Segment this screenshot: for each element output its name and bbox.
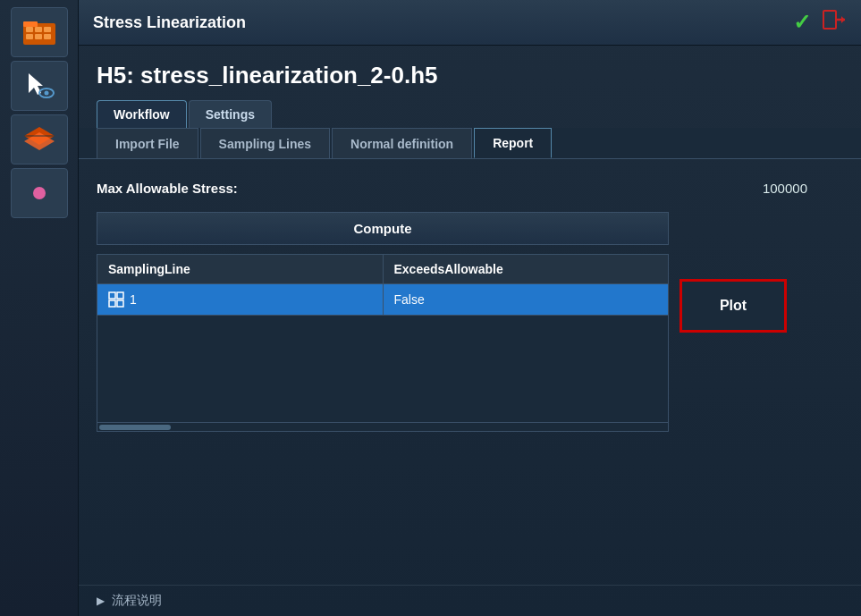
sampling-line-value: 1: [130, 292, 137, 307]
sidebar-btn-cursor[interactable]: [11, 61, 68, 111]
file-title: H5: stress_linearization_2-0.h5: [79, 46, 861, 100]
sampling-line-icon: [108, 291, 124, 308]
svg-rect-20: [117, 300, 123, 307]
tab-settings[interactable]: Settings: [189, 100, 272, 128]
sub-tabs: Import File Sampling Lines Normal defini…: [79, 128, 861, 159]
plot-button[interactable]: Plot: [680, 279, 787, 333]
compute-button[interactable]: Compute: [97, 212, 669, 245]
cell-sampling-line: 1: [97, 284, 384, 315]
checkmark-icon: ✓: [793, 10, 811, 35]
table-empty-area: [97, 315, 668, 422]
main-tabs: Workflow Settings: [79, 100, 861, 128]
table-row[interactable]: 1 False: [97, 284, 668, 315]
header: Stress Linearization ✓: [79, 0, 861, 46]
stress-row: Max Allowable Stress: 100000: [97, 173, 843, 203]
footer-text: 流程说明: [112, 593, 162, 609]
svg-rect-14: [823, 11, 836, 29]
results-table: SamplingLine ExceedsAllowable 1: [97, 254, 669, 432]
sidebar-btn-folder[interactable]: [11, 7, 68, 57]
svg-rect-3: [35, 27, 42, 32]
svg-marker-16: [841, 16, 845, 23]
svg-rect-7: [44, 34, 51, 39]
sidebar-btn-dot[interactable]: [11, 168, 68, 218]
col-exceeds-allowable: ExceedsAllowable: [384, 255, 669, 283]
svg-point-10: [44, 91, 48, 96]
sidebar-btn-shape[interactable]: [11, 114, 68, 165]
table-section: SamplingLine ExceedsAllowable 1: [97, 254, 843, 570]
subtab-sampling-lines[interactable]: Sampling Lines: [200, 128, 330, 158]
svg-rect-6: [35, 34, 42, 39]
plot-btn-container: Plot: [680, 254, 787, 333]
tab-workflow[interactable]: Workflow: [97, 100, 187, 128]
footer[interactable]: ▶ 流程说明: [79, 585, 861, 616]
subtab-report[interactable]: Report: [474, 128, 552, 158]
svg-rect-1: [23, 21, 38, 27]
stress-value: 100000: [763, 181, 843, 196]
content-area: Max Allowable Stress: 100000 Compute Sam…: [79, 159, 861, 585]
svg-rect-5: [26, 34, 33, 39]
dot-icon: [33, 187, 46, 199]
svg-rect-17: [109, 292, 115, 299]
table-header: SamplingLine ExceedsAllowable: [97, 255, 668, 284]
app-title: Stress Linearization: [93, 13, 246, 32]
svg-rect-4: [44, 27, 51, 32]
main-content: Stress Linearization ✓ H5: stress_linear…: [79, 0, 861, 616]
header-actions: ✓: [793, 9, 847, 36]
exit-icon[interactable]: [822, 9, 847, 36]
table-scrollbar[interactable]: [97, 422, 668, 431]
svg-rect-18: [117, 292, 123, 299]
svg-rect-19: [109, 300, 115, 307]
subtab-normal-definition[interactable]: Normal definition: [332, 128, 472, 158]
scrollbar-thumb[interactable]: [99, 425, 171, 430]
subtab-import-file[interactable]: Import File: [97, 128, 198, 158]
cell-exceeds-allowable: False: [384, 284, 669, 315]
svg-marker-8: [29, 73, 43, 95]
svg-rect-2: [26, 27, 33, 32]
col-sampling-line: SamplingLine: [97, 255, 384, 283]
stress-label: Max Allowable Stress:: [97, 181, 238, 196]
sidebar: [0, 0, 79, 616]
footer-arrow-icon: ▶: [97, 595, 105, 607]
